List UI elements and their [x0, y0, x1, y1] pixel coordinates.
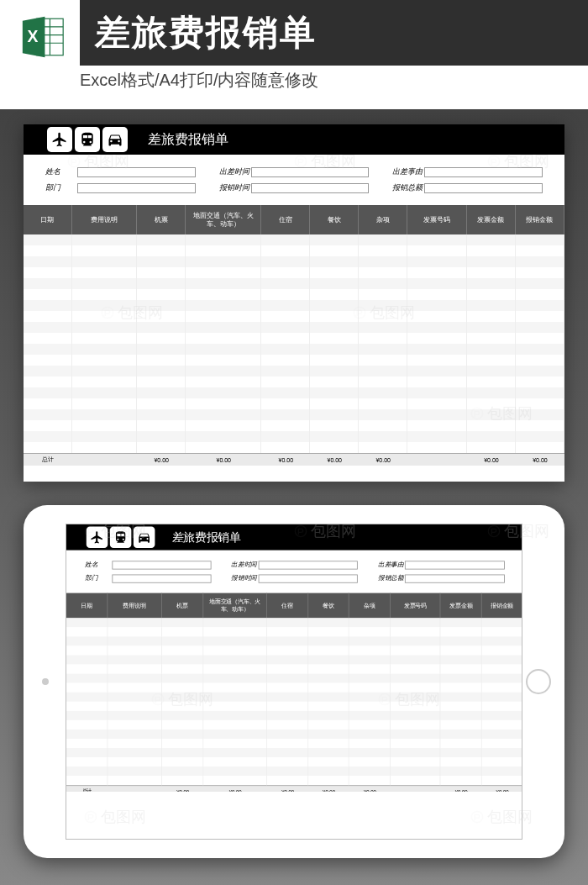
- col-meals: 餐饮: [310, 205, 359, 234]
- col-ground: 地面交通（汽车、火车、动车）: [186, 205, 261, 234]
- table-row: [24, 398, 564, 409]
- banner-subtitle: Excel格式/A4打印/内容随意修改: [80, 69, 318, 92]
- input-travel-time[interactable]: [251, 167, 370, 177]
- table-row: [24, 267, 564, 278]
- table-row: [24, 256, 564, 267]
- table-row: [24, 442, 564, 453]
- table-row: [66, 637, 522, 646]
- table-row: [66, 739, 522, 748]
- car-icon: [134, 527, 155, 549]
- table-row: [66, 693, 522, 702]
- table-row: [24, 289, 564, 300]
- table-row: [24, 355, 564, 366]
- field-name: 姓名: [45, 166, 196, 177]
- col-invoice-amt: 发票金额: [467, 205, 516, 234]
- airplane-icon: [87, 527, 108, 549]
- train-icon: [75, 127, 100, 152]
- form-topbar: 差旅费报销单: [24, 124, 564, 155]
- sheet-preview-small: 差旅费报销单 姓名 出差时间 出差事由 部门 报销时间 报销总额 日期 费用说明…: [66, 524, 522, 792]
- table-row: [66, 619, 522, 628]
- excel-icon: X: [18, 13, 67, 61]
- table-row: [24, 377, 564, 387]
- table-row: [24, 387, 564, 398]
- table-row: [66, 665, 522, 674]
- car-icon: [102, 127, 128, 152]
- input-total-amount[interactable]: [424, 183, 543, 193]
- col-lodging: 住宿: [261, 205, 310, 234]
- table-row: [66, 748, 522, 757]
- col-date: 日期: [24, 205, 72, 234]
- input-travel-reason[interactable]: [424, 167, 543, 177]
- table-row: [66, 776, 522, 785]
- table-row: [24, 300, 564, 311]
- tablet-frame: 差旅费报销单 姓名 出差时间 出差事由 部门 报销时间 报销总额 日期 费用说明…: [24, 505, 564, 858]
- train-icon: [110, 527, 132, 549]
- form-title: 差旅费报销单: [148, 131, 228, 149]
- input-dept[interactable]: [77, 183, 196, 193]
- table-row: [66, 646, 522, 656]
- svg-text:X: X: [27, 28, 38, 45]
- table-row: [24, 311, 564, 322]
- col-desc: 费用说明: [72, 205, 137, 234]
- table-row: [24, 344, 564, 355]
- column-headers: 日期 费用说明 机票 地面交通（汽车、火车、动车） 住宿 餐饮 杂项 发票号码 …: [24, 205, 564, 234]
- field-dept: 部门: [45, 182, 196, 193]
- col-invoice-no: 发票号码: [407, 205, 467, 234]
- table-row: [66, 683, 522, 693]
- col-reimburse-amt: 报销金额: [516, 205, 564, 234]
- table-row: [24, 420, 564, 431]
- col-flight: 机票: [137, 205, 186, 234]
- table-row: [24, 234, 564, 245]
- input-name[interactable]: [77, 167, 196, 177]
- field-submit-time: 报销时间: [219, 182, 370, 193]
- banner: X 差旅费报销单 Excel格式/A4打印/内容随意修改: [0, 0, 588, 109]
- table-row: [66, 702, 522, 711]
- table-row: [66, 711, 522, 720]
- field-travel-time: 出差时间: [219, 166, 370, 177]
- total-row: 总计 ¥0.00 ¥0.00 ¥0.00 ¥0.00 ¥0.00 ¥0.00 ¥…: [24, 453, 564, 466]
- banner-title: 差旅费报销单: [80, 0, 588, 66]
- airplane-icon: [47, 127, 72, 152]
- table-row: [24, 278, 564, 289]
- table-row: [66, 766, 522, 776]
- table-row: [24, 431, 564, 442]
- tablet-screen: 差旅费报销单 姓名 出差时间 出差事由 部门 报销时间 报销总额 日期 费用说明…: [66, 524, 522, 840]
- sheet-preview-large: 差旅费报销单 姓名 出差时间 出差事由 部门 报销时间 报销总额 日期 费用说明…: [24, 124, 564, 482]
- table-row: [66, 656, 522, 665]
- transport-icons: [47, 127, 128, 152]
- table-row: [66, 730, 522, 739]
- info-area: 姓名 出差时间 出差事由 部门 报销时间 报销总额: [24, 155, 564, 200]
- table-row: [24, 322, 564, 333]
- table-row: [24, 245, 564, 256]
- field-total-amount: 报销总额: [392, 182, 543, 193]
- table-row: [24, 366, 564, 377]
- table-row: [66, 674, 522, 683]
- table-row: [24, 409, 564, 420]
- col-misc: 杂项: [359, 205, 407, 234]
- table-row: [66, 628, 522, 637]
- table-row: [66, 720, 522, 730]
- table-row: [66, 757, 522, 766]
- table-row: [24, 333, 564, 344]
- input-submit-time[interactable]: [251, 183, 370, 193]
- grid-rows: [24, 234, 564, 453]
- field-travel-reason: 出差事由: [392, 166, 543, 177]
